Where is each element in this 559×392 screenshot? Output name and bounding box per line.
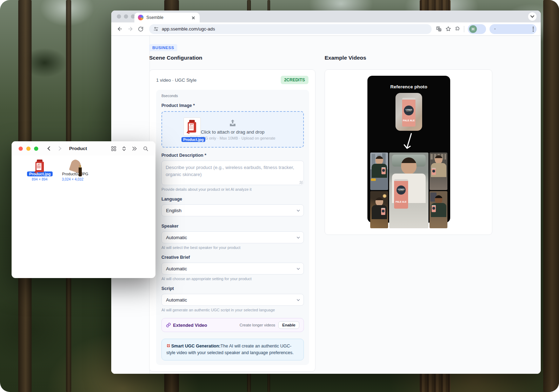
product-description-input[interactable] [161,161,304,185]
tab-title: Ssemble [146,15,188,20]
plan-badge: BUSINESS [149,44,177,51]
example-video-mockup: Reference photo 4 PINESBREWING PALE ALE [367,76,450,223]
forward-button[interactable] [126,25,134,33]
extensions-icon[interactable] [455,26,460,32]
example-video-thumb [370,153,388,190]
close-window-button[interactable] [117,14,121,19]
tree-trunk [543,0,559,392]
link-icon [166,323,171,327]
search-icon[interactable] [143,146,148,151]
enable-button[interactable]: Enable [278,321,299,329]
address-bar[interactable]: app.ssemble.com/ugc-ads [149,24,432,34]
dropzone-cta: Click to attach or drag and drop [201,129,264,135]
back-button[interactable] [115,25,124,33]
language-select[interactable]: English [161,204,304,216]
tab-ssemble[interactable]: Ssemble [134,13,200,22]
desktop: Ssemble app.ssemble.com/ugc-ads [0,0,559,392]
example-video-thumb-main: 4 PINESBREWING PALE ALE [389,153,428,228]
bookmark-star-icon[interactable] [445,26,451,32]
tab-search-button[interactable] [528,12,537,21]
script-label: Script [161,286,304,291]
chevron-down-icon [297,235,300,238]
example-video-thumb [430,153,447,190]
script-select[interactable]: Automatic [161,294,304,306]
browser-toolbar: app.ssemble.com/ugc-ads H [111,22,541,36]
tab-close-icon[interactable] [191,15,196,20]
example-videos-card: Reference photo 4 PINESBREWING PALE ALE [325,69,492,235]
finder-window: Product [12,141,155,278]
language-label: Language [161,197,304,202]
goli-bottle-image: goli [39,163,40,169]
extended-video-banner: Extended Video Create longer videos Enab… [161,318,304,332]
chevron-down-icon [530,14,534,18]
file-product-jpg[interactable]: goli Product.jpg 894 × 894 [27,162,52,181]
video-meta: 1 video · UGC Style [156,77,197,83]
chevron-down-icon [297,298,300,300]
creative-brief-label: Creative Brief [161,255,304,260]
back-arrow-icon [117,26,123,32]
description-helper: Provide details about your product or le… [161,187,304,191]
browser-menu-chip[interactable] [490,24,537,34]
smart-note-title: Smart UGC Generation: [171,344,220,349]
minimize-window-button[interactable] [26,147,31,151]
product-image-label: Product Image * [161,103,304,108]
creative-brief-helper: AI will choose an appropriate setting fo… [161,277,304,281]
beer-can-image: 4 PINESBREWING PALE ALE [402,98,415,127]
reference-photo: 4 PINESBREWING PALE ALE [395,93,422,131]
profile-chip[interactable]: H [468,24,486,34]
tab-strip: Ssemble [111,11,541,22]
beer-can-image: 4 PINESBREWING PALE ALE [394,179,408,209]
file-dimensions: 3,024 × 4,032 [60,177,85,181]
page-title: Scene Configuration [149,55,202,61]
browser-window: Ssemble app.ssemble.com/ugc-ads [111,11,541,374]
example-video-grid: 4 PINESBREWING PALE ALE [370,153,447,228]
target-icon [166,344,171,348]
file-thumbnail [72,163,73,169]
product-image-dropzone[interactable]: Click to attach or drag and drop PNG, JP… [161,111,304,148]
speaker-label: Speaker [161,224,304,229]
reload-button[interactable] [137,25,145,33]
menu-dot [494,28,495,29]
sort-toggle-icon[interactable] [122,146,126,151]
goli-bottle-image: goli [188,120,196,133]
close-window-button[interactable] [19,147,23,151]
drag-ghost[interactable]: goli Product.jpg [181,117,202,142]
avatar[interactable]: H [469,25,477,33]
down-arrow-icon [403,132,415,150]
toolbar-right: H [436,24,537,34]
url-text[interactable]: app.ssemble.com/ugc-ads [162,26,215,32]
chevron-down-icon [297,208,300,211]
finder-folder-title: Product [69,146,87,151]
example-video-thumb [430,191,447,229]
finder-back-icon[interactable] [47,146,52,151]
finder-file-grid: goli Product.jpg 894 × 894 Product02.JPG… [12,156,155,181]
duration-label: 8seconds [161,94,304,98]
finder-forward-icon[interactable] [57,146,61,151]
zoom-window-button[interactable] [34,147,38,151]
smart-ugc-note: Smart UGC Generation:The AI will create … [161,339,304,360]
ssemble-favicon-icon [138,15,144,20]
kebab-menu-icon[interactable] [533,27,534,32]
product-description-label: Product Description * [161,153,304,158]
finder-toolbar: Product [12,141,155,156]
translate-icon[interactable] [436,26,442,32]
speaker-select[interactable]: Automatic [161,231,304,243]
scene-configuration-card: 1 video · UGC Style 2CREDITS 8seconds Pr… [149,69,315,372]
site-settings-icon[interactable] [153,26,159,32]
window-controls[interactable] [117,14,135,19]
upload-icon [228,119,237,127]
extended-video-title: Extended Video [173,323,207,328]
grid-view-icon[interactable] [111,146,117,151]
speaker-value: Automatic [166,235,187,240]
more-toolbar-icon[interactable] [132,146,137,151]
minimize-window-button[interactable] [124,14,128,19]
card-header: 1 video · UGC Style 2CREDITS [149,70,315,88]
creative-brief-select[interactable]: Automatic [161,263,304,275]
creative-brief-value: Automatic [166,266,187,271]
credits-badge: 2CREDITS [281,76,308,84]
reload-icon [138,26,144,32]
file-dimensions: 894 × 894 [27,177,52,181]
file-product02-jpg[interactable]: Product02.JPG 3,024 × 4,032 [60,162,85,181]
chevron-down-icon [297,266,300,269]
file-thumbnail: goli [39,163,40,169]
